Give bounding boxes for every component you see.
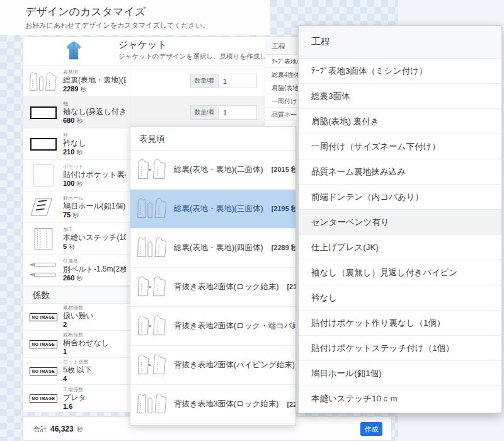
process-option[interactable]: 衿なし [299, 285, 501, 311]
item-value: 75 [63, 211, 71, 219]
no-image-badge: NO IMAGE [28, 313, 59, 321]
coefficient-list: NO IMAGE 素材係数 扱い難い 2 NO IMAGE 裁断係数 柄合わせな… [23, 304, 130, 412]
process-dropdown-header: 工程 [299, 26, 501, 59]
product-subtitle: ジャケットのデザインを選択し、見積りを作成します。 [118, 52, 287, 61]
belt-sketch-icon [28, 260, 59, 281]
item-value: 5 [63, 243, 67, 250]
pocket-icon [28, 164, 59, 187]
item-value: 260 [63, 274, 74, 282]
coefficient-value: 2 [63, 321, 94, 329]
coefficient-row-factory[interactable]: NO IMAGE 工場係数 プレタ 1.6 [23, 385, 130, 412]
item-value: 210 [63, 148, 74, 156]
quantity-row: 数量/着 [130, 97, 265, 129]
total-value: 46,323 [50, 425, 74, 433]
front-body-option[interactable]: 背抜き表地2面体(パイピング始末) [2 [130, 346, 295, 385]
design-item-row-buttonhole[interactable]: 釦ホール 鳩目ホール(釦1個) 75 秒 [23, 192, 130, 223]
process-option[interactable]: 袖なし（裏無し）見返し付きパイピン [299, 260, 501, 285]
item-category: ポケット [63, 164, 126, 170]
coefficient-name: プレタ [63, 393, 86, 403]
coefficient-row-cutting[interactable]: NO IMAGE 裁断係数 柄合わせなし 1 [23, 331, 130, 358]
coefficient-value: 1 [63, 348, 109, 356]
coefficient-category: 裁断係数 [63, 332, 109, 338]
page-title: デザインのカスタマイズ [25, 4, 146, 19]
total-label: 合計 [33, 425, 47, 434]
process-option-hovered[interactable]: センターベンツ有り [299, 210, 501, 235]
pattern-thumbnail-icon [137, 350, 168, 381]
coefficient-name: 扱い難い [63, 311, 94, 321]
coefficient-category: 工場係数 [63, 387, 86, 393]
coefficient-row-material[interactable]: NO IMAGE 素材係数 扱い難い 2 [23, 304, 130, 331]
item-unit: 秒 [69, 243, 75, 250]
process-option[interactable]: 一周付け（サイズネーム下付け） [299, 134, 501, 159]
option-time: [2195 秒] [272, 204, 295, 214]
stitch-sketch-icon [28, 226, 59, 251]
black-rect-icon [28, 138, 59, 151]
total-unit: 秒 [77, 425, 83, 434]
pattern-thumbnail-icon [137, 193, 168, 225]
design-item-row-pocket[interactable]: ポケット 貼付けポケット裏なし(1個) 100 秒 [23, 160, 130, 192]
quantity-input[interactable] [218, 105, 257, 120]
process-option[interactable]: 肩脇(表地) 裏付き [299, 109, 501, 134]
coefficient-name: 柄合わせなし [63, 338, 109, 348]
front-body-option[interactable]: 背抜き表地2面体(ロック・端コバ始末) [130, 307, 295, 346]
jacket-icon [64, 40, 84, 64]
item-category: 付属品 [63, 258, 126, 265]
pattern-thumbnail-icon [137, 232, 168, 264]
quantity-label: 数量/着 [190, 105, 218, 120]
item-category: 袖 [63, 101, 126, 107]
item-unit: 秒 [72, 212, 79, 219]
option-time: [2236 [287, 401, 295, 408]
item-name: 衿なし [63, 139, 86, 148]
design-item-row-collar[interactable]: 衿 衿なし 210 秒 [23, 129, 130, 160]
front-body-option-selected[interactable]: 総裏(表地・裏地)(三面体) [2195 秒] [130, 190, 295, 229]
pattern-thumbnail-icon [137, 311, 168, 342]
design-item-row-accessory[interactable]: 付属品 別ベルト-1.5m(2枚接ぎ) 260 秒 [23, 255, 130, 286]
process-option[interactable]: 前端ドンテン（内コバあり） [299, 185, 501, 210]
coefficient-category: ロット係数 [63, 359, 92, 365]
process-option[interactable]: 総裏3面体 [299, 84, 501, 109]
front-body-option[interactable]: 総裏(表地・裏地)(二面体) [2015 秒] [130, 151, 295, 190]
coefficient-row-lot[interactable]: NO IMAGE ロット係数 5枚 以下 4 [23, 358, 130, 385]
create-button[interactable]: 作成 [360, 422, 382, 436]
pattern-thumbnail-icon [137, 389, 168, 420]
process-option[interactable]: 品質ネーム裏地挟み込み [299, 159, 501, 185]
quantity-column: 数量/着 数量/着 [130, 66, 265, 129]
item-unit: 秒 [81, 86, 87, 93]
front-body-option[interactable]: 背抜き表地2面体(ロック始末) [2112 秒] [130, 268, 295, 307]
item-name: 貼付けポケット裏なし(1個) [63, 170, 126, 180]
process-option[interactable]: 貼付けポケットステッチ付け（1個） [299, 336, 501, 361]
option-time: [2289 秒] [272, 243, 295, 253]
design-item-row-front-body[interactable]: 表見頃 総裏(表地・裏地)(四面体) 2289 秒 [23, 66, 130, 97]
design-item-row-sleeve[interactable]: 袖 袖なし(身返し付き) 680 秒 [23, 97, 130, 129]
coefficient-value: 1.6 [63, 403, 86, 411]
item-category: 表見頃 [63, 69, 126, 76]
item-unit: 秒 [76, 275, 83, 282]
product-header: ジャケット ジャケットのデザインを選択し、見積りを作成します。 [23, 37, 265, 66]
front-body-option[interactable]: 背抜き表地3面体(ロック始末) [2236 [130, 385, 295, 424]
item-name: 本縫いステッチ(10cm) [63, 233, 126, 243]
modal-title: 表見頃 [130, 127, 295, 151]
design-item-row-processing[interactable]: 加工 本縫いステッチ(10cm) 5 秒 [23, 223, 130, 255]
quantity-input[interactable] [218, 74, 257, 88]
coefficient-value: 4 [63, 375, 92, 383]
page-subtitle: お好みにあわせてデザインをカスタマイズしてください。 [25, 21, 209, 30]
quantity-label: 数量/着 [190, 74, 218, 88]
item-value: 680 [63, 117, 74, 124]
pattern-thumbnail-icon [137, 154, 168, 186]
process-option[interactable]: ﾃｰﾌﾟ表地3面体（ミシン付け） [299, 59, 501, 84]
item-name: 袖なし(身返し付き) [63, 107, 126, 117]
front-body-modal: 表見頃 総裏(表地・裏地)(二面体) [2015 秒] 総裏(表地・裏地)(三面… [130, 126, 296, 426]
item-name: 総裏(表地・裏地)(四面体) [63, 76, 126, 85]
no-image-badge: NO IMAGE [28, 367, 59, 375]
buttonhole-sketch-icon [28, 195, 59, 219]
quantity-row: 数量/着 [130, 66, 265, 97]
item-value: 2289 [63, 85, 78, 93]
design-item-list: 表見頃 総裏(表地・裏地)(四面体) 2289 秒 袖 袖なし(身返し付き) 6… [23, 66, 130, 286]
process-dropdown: 工程 ﾃｰﾌﾟ表地3面体（ミシン付け） 総裏3面体 肩脇(表地) 裏付き 一周付… [298, 25, 502, 413]
front-body-option[interactable]: 総裏(表地・裏地)(四面体) [2289 秒] [130, 229, 295, 268]
process-option[interactable]: 貼付けポケット作り裏なし（1個） [299, 311, 501, 336]
process-option[interactable]: 本縫いステッチ10ｃｍ [299, 386, 501, 411]
process-option[interactable]: 鳩目ホール(釦1個) [299, 361, 501, 386]
pattern-sketch-icon [28, 69, 59, 94]
process-option[interactable]: 仕上げプレス(JK) [299, 235, 501, 260]
